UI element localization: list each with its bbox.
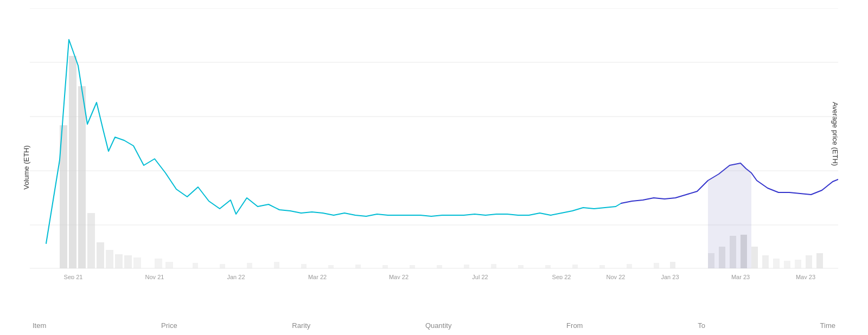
x-label-may22: May 22 [389, 274, 409, 279]
x-label-sep22: Sep 22 [552, 274, 571, 279]
bar-27 [599, 265, 605, 268]
bar-24 [518, 265, 524, 268]
chart-container: Volume (ETH) Average price (ETH) 25k 20k… [0, 0, 868, 335]
filter-rarity[interactable]: Rarity [292, 321, 310, 330]
x-label-may23: May 23 [796, 274, 815, 279]
bar-20 [410, 265, 415, 268]
filter-time[interactable]: Time [820, 321, 835, 330]
bar-36 [762, 255, 769, 268]
x-label-nov22: Nov 22 [607, 274, 626, 279]
bar-13 [220, 264, 225, 268]
bar-21 [437, 265, 442, 268]
bar-19 [382, 265, 388, 268]
bar-23 [491, 264, 496, 268]
x-label-jul22: Jul 22 [472, 274, 488, 279]
filter-quantity[interactable]: Quantity [425, 321, 451, 330]
bar-38 [784, 261, 790, 268]
bar-4 [87, 213, 95, 268]
x-label-mar23: Mar 23 [731, 274, 750, 279]
bar-12 [193, 263, 198, 268]
bar-6 [106, 250, 113, 268]
bar-18 [355, 265, 361, 268]
bar-25 [545, 265, 551, 268]
filter-to[interactable]: To [698, 321, 705, 330]
bar-17 [328, 265, 334, 268]
filter-item[interactable]: Item [33, 321, 46, 330]
bar-2 [69, 56, 76, 268]
bar-40 [806, 255, 812, 268]
bar-3 [78, 86, 86, 268]
bar-39 [795, 260, 801, 268]
bar-28 [627, 264, 632, 268]
bar-35 [751, 247, 758, 268]
bar-16 [301, 264, 307, 268]
bar-14 [247, 263, 252, 268]
bar-7 [115, 254, 123, 268]
volume-line [46, 40, 621, 243]
price-area-highlight [708, 163, 751, 268]
x-label-sep21: Sep 21 [64, 274, 83, 279]
bar-30 [670, 262, 675, 268]
filter-from[interactable]: From [566, 321, 583, 330]
bar-37 [773, 259, 780, 268]
bar-29 [654, 263, 659, 268]
x-label-jan23: Jan 23 [661, 274, 679, 279]
bar-11 [165, 262, 173, 268]
x-label-jan22: Jan 22 [227, 274, 245, 279]
filter-price[interactable]: Price [161, 321, 177, 330]
bar-8 [124, 255, 132, 268]
bar-22 [464, 265, 469, 268]
x-label-nov21: Nov 21 [145, 274, 164, 279]
bottom-labels: Item Price Rarity Quantity From To Time [33, 321, 835, 330]
bar-9 [133, 257, 141, 268]
chart-svg: 25k 20k 15k 10k 5k 0 7.5 6 4.5 3 1.5 0 S… [30, 8, 838, 279]
bar-5 [97, 242, 104, 268]
bar-15 [274, 262, 279, 268]
bar-41 [816, 253, 823, 268]
x-label-mar22: Mar 22 [308, 274, 327, 279]
bar-10 [155, 259, 162, 268]
bar-26 [572, 265, 578, 268]
